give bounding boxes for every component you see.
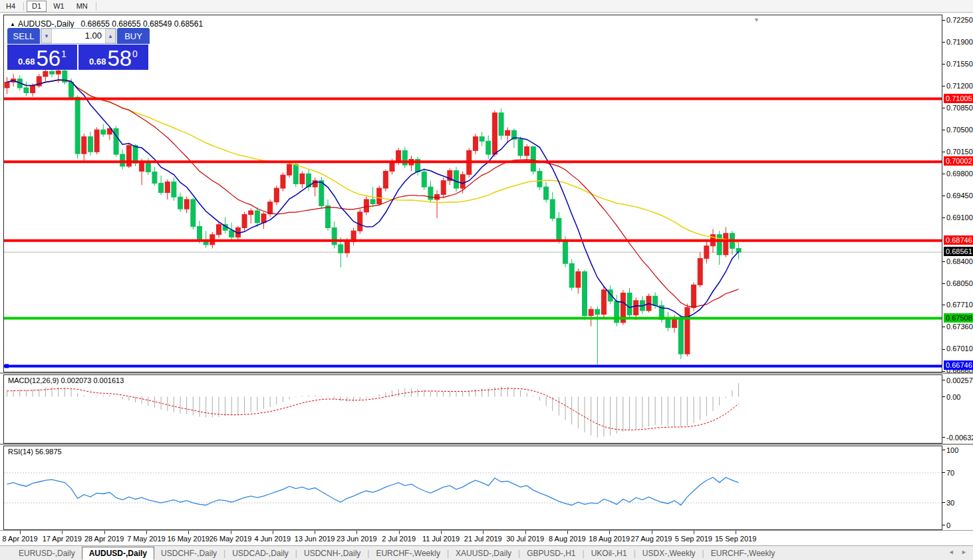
price-axis-label: 0.71550: [946, 60, 973, 68]
chart-tab-usdx-weekly[interactable]: USDX-,Weekly: [636, 547, 702, 559]
price-axis-tick: [942, 130, 945, 130]
price-axis-tick: [942, 371, 945, 372]
chart-symbol-label: AUDUSD-,Daily: [18, 19, 74, 29]
timeframe-button-mn[interactable]: MN: [71, 1, 93, 12]
volume-stepper: ▼ 1.00 ▲: [41, 28, 116, 44]
price-axis-label: 0.70150: [946, 148, 973, 156]
chart-tab-eurusd-daily[interactable]: EURUSD-,Daily: [12, 547, 82, 559]
chart-tab-gbpusd-h1[interactable]: GBPUSD-,H1: [520, 547, 582, 559]
price-axis-tick: [942, 261, 945, 262]
buy-button[interactable]: BUY: [117, 28, 150, 44]
macd-axis-label: 0.00: [946, 393, 960, 401]
price-axis-tick: [942, 20, 945, 21]
chart-tab-usdchf-daily[interactable]: USDCHF-,Daily: [154, 547, 223, 559]
price-axis-label: 0.71200: [946, 82, 973, 90]
candles-layer: [5, 67, 741, 364]
rsi-indicator-pane[interactable]: RSI(14) 56.9875: [3, 446, 942, 530]
macd-indicator-pane[interactable]: MACD(12,26,9) 0.002073 0.001613: [3, 374, 942, 444]
time-axis-tick: [273, 531, 273, 534]
time-axis-tick: [609, 531, 610, 534]
time-axis-label: 4 Jun 2019: [255, 535, 291, 543]
sell-price-sup: 1: [61, 49, 67, 59]
chart-tab-usdcad-daily[interactable]: USDCAD-,Daily: [225, 547, 295, 559]
time-axis-label: 7 May 2019: [127, 535, 165, 543]
chart-tab-audusd-daily[interactable]: AUDUSD-,Daily: [82, 547, 154, 560]
pane-splitter[interactable]: [0, 372, 973, 374]
price-axis-label: 0.68050: [946, 279, 973, 287]
price-axis-label: 0.70850: [946, 104, 973, 112]
time-axis-label: 18 Aug 2019: [589, 535, 630, 543]
buy-price-sup: 0: [132, 49, 138, 59]
buy-price-display[interactable]: 0.68580: [78, 45, 148, 70]
price-axis-tick: [942, 450, 945, 450]
macd-label: MACD(12,26,9) 0.002073 0.001613: [8, 376, 124, 384]
time-axis-tick: [441, 531, 442, 534]
timeframe-button-d1[interactable]: D1: [27, 1, 47, 12]
price-axis-tick: [942, 174, 945, 174]
time-axis-tick: [652, 531, 652, 534]
buy-price-big: 58: [107, 49, 132, 69]
rsi-axis-label: 100: [946, 446, 958, 454]
time-axis[interactable]: 8 Apr 201917 Apr 201928 Apr 20197 May 20…: [0, 531, 973, 545]
timeframe-button-h4[interactable]: H4: [1, 1, 21, 12]
rsi-label: RSI(14) 56.9875: [8, 448, 62, 456]
time-axis-label: 28 Apr 2019: [84, 535, 124, 543]
chart-shift-marker-icon[interactable]: ▼: [754, 17, 760, 23]
price-axis-tick: [942, 64, 945, 65]
price-level-badge: 0.67508: [944, 313, 973, 323]
price-axis-tick: [942, 217, 945, 218]
sell-button[interactable]: SELL: [7, 28, 40, 44]
macd-canvas[interactable]: [4, 375, 942, 443]
time-axis-tick: [694, 531, 694, 534]
time-axis-label: 15 Sep 2019: [715, 535, 756, 543]
time-axis-label: 5 Sep 2019: [675, 535, 712, 543]
chart-tab-xauusd-daily[interactable]: XAUUSD-,Daily: [449, 547, 518, 559]
volume-input[interactable]: 1.00: [52, 29, 105, 43]
time-axis-label: 17 Apr 2019: [43, 535, 82, 543]
sell-price-display[interactable]: 0.68561: [7, 45, 77, 70]
time-axis-tick: [146, 531, 147, 534]
price-axis-label: 0.70500: [946, 126, 973, 134]
tab-scroll-arrows[interactable]: ◄ ►: [948, 549, 970, 555]
price-axis-label: 0.71900: [946, 38, 973, 46]
price-axis-tick: [942, 437, 945, 438]
price-axis-label: 0.69800: [946, 170, 973, 178]
time-axis-label: 2 Jul 2019: [382, 535, 416, 543]
chart-tab-eurchf-weekly[interactable]: EURCHF-,Weekly: [369, 547, 446, 559]
time-axis-tick: [315, 531, 315, 534]
time-axis-tick: [525, 531, 526, 534]
chart-tab-usdcnh-daily[interactable]: USDCNH-,Daily: [297, 547, 367, 559]
rsi-axis-label: 0: [946, 521, 950, 529]
time-axis-label: 21 Jul 2019: [464, 535, 502, 543]
pane-splitter[interactable]: [0, 444, 973, 445]
one-click-trading-panel: SELL ▼ 1.00 ▲ BUY 0.68561 0.68580: [7, 28, 150, 70]
sell-price-prefix: 0.68: [18, 57, 35, 67]
time-axis-tick: [483, 531, 484, 534]
rsi-line: [7, 478, 739, 505]
chart-tab-eurchf-weekly[interactable]: EURCHF-,Weekly: [704, 547, 781, 559]
price-axis-tick: [942, 525, 945, 525]
timeframe-button-w1[interactable]: W1: [48, 1, 70, 12]
time-axis-label: 30 Jul 2019: [506, 535, 544, 543]
current-price-badge: 0.68561: [944, 247, 973, 256]
buy-price-prefix: 0.68: [89, 57, 106, 67]
macd-axis-label: 0.002574: [946, 376, 973, 384]
time-axis-label: 23 Jun 2019: [337, 535, 377, 543]
time-axis-tick: [104, 531, 105, 534]
price-axis-tick: [942, 396, 945, 397]
time-axis-tick: [188, 531, 189, 534]
time-axis-tick: [62, 531, 63, 534]
price-axis-tick: [942, 502, 945, 503]
price-level-badge: 0.70002: [944, 156, 973, 166]
volume-increase-icon[interactable]: ▲: [105, 29, 116, 43]
time-axis-label: 8 Aug 2019: [549, 535, 586, 543]
chart-tab-ukoil-h1[interactable]: UKOil-,H1: [585, 547, 634, 559]
rsi-canvas[interactable]: [4, 446, 942, 529]
chart-tab-bar: EURUSD-,DailyAUDUSD-,DailyUSDCHF-,Daily|…: [0, 545, 973, 560]
price-axis-tick: [942, 472, 945, 473]
time-axis-label: 13 Jun 2019: [295, 535, 335, 543]
time-axis-label: 26 May 2019: [209, 535, 252, 543]
time-axis-tick: [356, 531, 357, 534]
time-axis-tick: [399, 531, 400, 534]
volume-decrease-icon[interactable]: ▼: [41, 29, 52, 43]
